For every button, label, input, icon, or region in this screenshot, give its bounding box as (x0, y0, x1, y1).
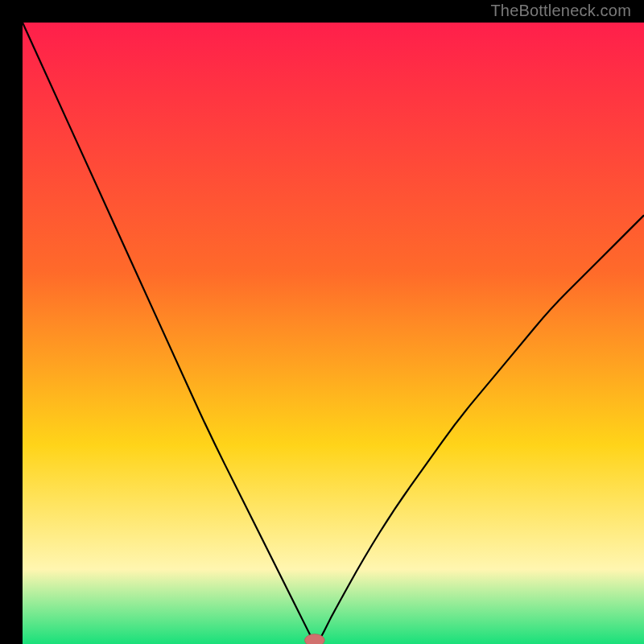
watermark-text: TheBottleneck.com (490, 2, 631, 20)
chart-frame (11, 11, 633, 633)
bottleneck-plot (23, 23, 644, 644)
optimum-marker (304, 634, 324, 644)
gradient-background (23, 23, 644, 644)
